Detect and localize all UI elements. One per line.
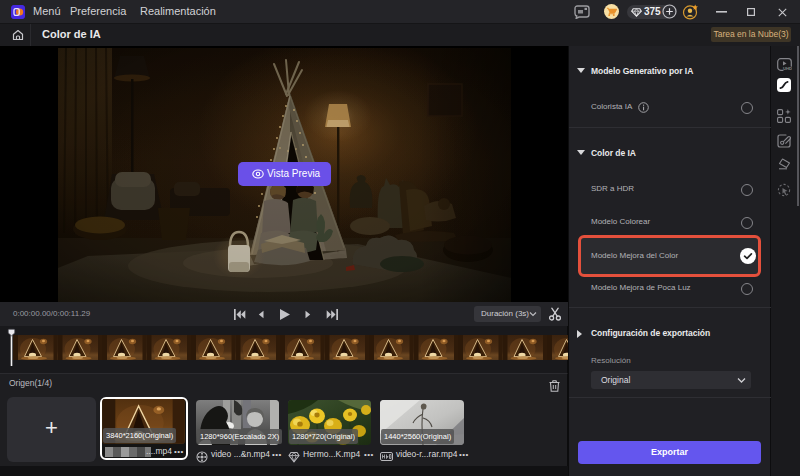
- svg-text:UHD: UHD: [783, 66, 792, 71]
